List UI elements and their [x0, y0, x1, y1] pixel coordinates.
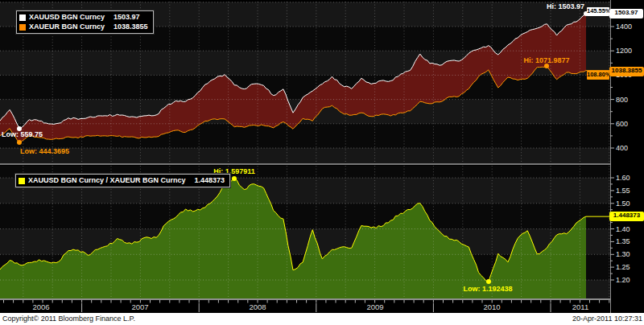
legend-top: XAUUSD BGN Curncy 1503.97 XAUEUR BGN Cur… [16, 10, 154, 34]
x-tick-2008: 2008 [249, 302, 266, 311]
x-tick-2009: 2009 [366, 302, 383, 311]
ratio-last-price-tag: 1.448373 [609, 212, 644, 221]
legend-item-xauusd[interactable]: XAUUSD BGN Curncy 1503.97 [19, 13, 148, 22]
panel-divider [0, 163, 610, 165]
legend-item-ratio[interactable]: XAUUSD BGN Curncy / XAUEUR BGN Curncy 1.… [19, 176, 225, 185]
legend-value-xauusd: 1503.97 [114, 13, 140, 22]
y-tick-label: 1.35 [616, 237, 630, 245]
ratio-low-marker-dot [486, 279, 491, 284]
y-tick-label: 1.60 [616, 174, 630, 182]
annotation-eur-low: Low: 444.3695 [20, 147, 69, 155]
y-tick-label: 1200 [616, 47, 632, 55]
chart-canvas: 1400120010008006004001.601.551.501.401.3… [0, 0, 644, 325]
bottom-panel-baseline [0, 298, 610, 300]
usd-pct-tag: 145.55% [587, 7, 609, 16]
copyright-text: Copyright© 2011 Bloomberg Finance L.P. [2, 315, 135, 323]
y-tick-label: 1.50 [616, 200, 630, 208]
y-tick-label: 400 [616, 144, 628, 152]
y-tick-label: 1.30 [616, 250, 630, 258]
y-tick-label: 800 [616, 96, 628, 104]
eur-pct-tag: 108.80% [587, 71, 609, 80]
legend-label-ratio: XAUUSD BGN Curncy / XAUEUR BGN Curncy [28, 176, 186, 185]
annotation-ratio-low: Low: 1.192438 [448, 285, 528, 293]
legend-swatch-xauusd-icon [19, 14, 26, 21]
eur-hi-marker-dot [544, 64, 549, 68]
usd-last-price-tag: 1503.97 [609, 9, 643, 19]
legend-value-xaueur: 1038.3855 [114, 23, 148, 31]
annotation-usd-hi: Hi: 1503.97 [507, 2, 584, 10]
y-tick-label: 1.55 [616, 187, 630, 195]
annotation-usd-low: Low: 559.75 [2, 130, 43, 138]
y-tick-label: 600 [616, 120, 628, 128]
legend-label-xauusd: XAUUSD BGN Curncy [29, 13, 105, 22]
legend-bottom: XAUUSD BGN Curncy / XAUEUR BGN Curncy 1.… [15, 174, 230, 187]
timestamp-text: 20-Apr-2011 10:27:31 [572, 315, 642, 323]
footer-bar: Copyright© 2011 Bloomberg Finance L.P. 2… [0, 313, 644, 325]
eur-low-marker-dot [17, 140, 22, 145]
x-tick-2006: 2006 [32, 302, 49, 311]
legend-swatch-ratio-icon [19, 178, 25, 184]
usd-low-marker-dot [17, 126, 22, 131]
y-tick-label: 1.25 [616, 263, 630, 271]
bloomberg-chart-screen: 1400120010008006004001.601.551.501.401.3… [0, 0, 644, 325]
y-tick-label: 1400 [616, 23, 632, 31]
y-tick-label: 1.40 [616, 225, 630, 233]
legend-value-ratio: 1.448373 [195, 176, 225, 185]
legend-label-xaueur: XAUEUR BGN Curncy [29, 23, 105, 31]
eur-last-price-tag: 1038.3855 [609, 67, 644, 76]
x-tick-2010: 2010 [483, 302, 500, 311]
legend-item-xaueur[interactable]: XAUEUR BGN Curncy 1038.3855 [19, 23, 148, 31]
y-tick-label: 1.20 [616, 276, 630, 284]
x-tick-2007: 2007 [131, 302, 148, 311]
x-tick-2011: 2011 [572, 302, 588, 311]
legend-swatch-xaueur-icon [19, 24, 26, 31]
ratio-hi-marker-dot [232, 176, 237, 181]
